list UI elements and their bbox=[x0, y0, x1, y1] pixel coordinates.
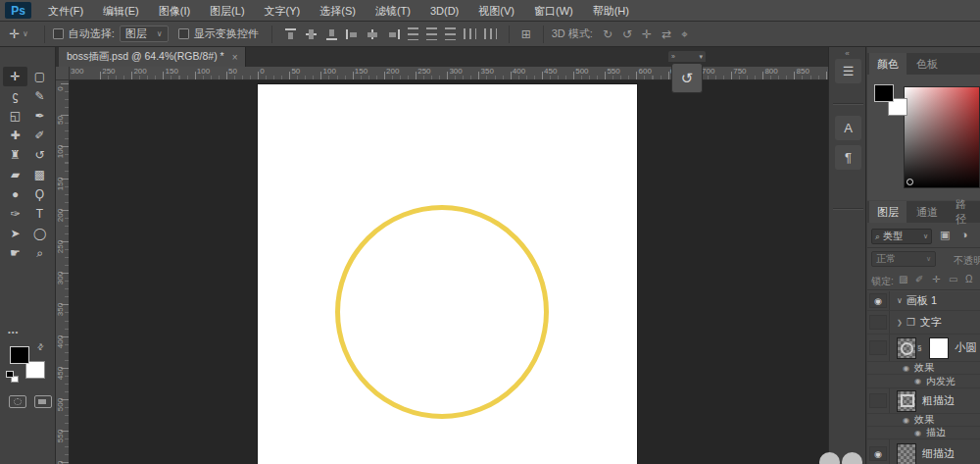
lasso-tool[interactable]: ϛ bbox=[3, 86, 27, 106]
group-expand-icon[interactable]: ❯ bbox=[897, 319, 903, 327]
gradient-tool[interactable]: ▩ bbox=[27, 165, 52, 184]
layer-thumbnail[interactable] bbox=[897, 390, 916, 412]
vector-mask-thumbnail[interactable] bbox=[929, 337, 949, 359]
blur-tool[interactable]: ● bbox=[3, 184, 27, 204]
layer-row[interactable]: ❯❐文字 bbox=[867, 311, 980, 335]
dist-top-icon[interactable] bbox=[408, 27, 418, 40]
swap-colors-icon[interactable]: ⇄ bbox=[35, 341, 46, 352]
layer-row[interactable]: §小圆 bbox=[867, 335, 980, 362]
3d-roll-icon[interactable]: ↺ bbox=[622, 27, 632, 41]
3d-rotate-icon[interactable]: ↻ bbox=[603, 27, 612, 41]
show-transform-checkbox[interactable] bbox=[178, 28, 189, 39]
menu-item-10[interactable]: 帮助(H) bbox=[583, 0, 639, 22]
horizontal-ruler[interactable]: 3002502001501005005010015020025030035040… bbox=[70, 67, 828, 80]
dist-right-icon[interactable] bbox=[484, 28, 497, 39]
filter-pixel-layers-icon[interactable]: ▣ bbox=[940, 229, 950, 241]
ruler-origin-corner[interactable] bbox=[56, 67, 70, 80]
eye-toggle[interactable]: ◉ bbox=[869, 293, 887, 308]
default-colors-icon[interactable] bbox=[6, 371, 14, 378]
move-tool[interactable]: ✛ bbox=[3, 67, 27, 86]
quick-selection-tool[interactable]: ✎ bbox=[27, 86, 52, 106]
menu-item-4[interactable]: 文字(Y) bbox=[255, 0, 311, 22]
dist-vcenter-icon[interactable] bbox=[426, 27, 437, 40]
menu-item-5[interactable]: 选择(S) bbox=[310, 0, 366, 22]
layer-thumbnail[interactable] bbox=[897, 337, 916, 359]
layer-row[interactable]: ◉细描边 bbox=[867, 439, 980, 464]
tab-layers-2[interactable]: 路径 bbox=[948, 201, 980, 223]
lock-all-icon[interactable]: Ω bbox=[965, 274, 972, 284]
auto-align-layers-icon[interactable]: ⊞ bbox=[521, 27, 531, 41]
layer-row[interactable]: ◉∨画板 1 bbox=[867, 291, 980, 311]
type-tool[interactable]: T bbox=[27, 204, 52, 224]
crop-tool[interactable]: ◱ bbox=[3, 106, 27, 126]
tab-color-0[interactable]: 颜色 bbox=[869, 53, 906, 75]
close-tab-icon[interactable]: × bbox=[232, 52, 238, 63]
expand-panel-icon[interactable]: » bbox=[671, 53, 675, 60]
move-tool-icon[interactable]: ✛ bbox=[9, 26, 20, 41]
eye-toggle[interactable] bbox=[869, 393, 887, 408]
artboard[interactable] bbox=[258, 84, 637, 464]
history-panel-button[interactable]: ↺ bbox=[671, 63, 703, 93]
align-hcenter-icon[interactable] bbox=[366, 27, 380, 41]
lock-artboard-icon[interactable]: ▭ bbox=[949, 274, 957, 284]
pen-tool[interactable]: ✑ bbox=[3, 204, 27, 224]
menu-item-2[interactable]: 图像(I) bbox=[149, 0, 200, 22]
color-picker-cursor[interactable] bbox=[906, 179, 913, 185]
fx-eye-icon[interactable]: ◉ bbox=[914, 377, 921, 386]
menu-item-1[interactable]: 编辑(E) bbox=[93, 0, 149, 22]
eye-toggle[interactable] bbox=[869, 315, 887, 330]
fx-eye-icon[interactable]: ◉ bbox=[914, 429, 921, 438]
foreground-color-swatch[interactable] bbox=[10, 346, 29, 364]
yellow-circle-shape[interactable] bbox=[335, 205, 549, 419]
artboard-expand-icon[interactable]: ∨ bbox=[897, 296, 903, 305]
paragraph-panel-icon[interactable]: ¶ bbox=[835, 145, 861, 170]
menu-item-8[interactable]: 视图(V) bbox=[468, 0, 524, 22]
tab-color-1[interactable]: 色板 bbox=[908, 53, 946, 75]
screen-mode-button[interactable] bbox=[34, 395, 52, 408]
character-panel-icon[interactable]: A bbox=[835, 116, 861, 140]
menu-item-9[interactable]: 窗口(W) bbox=[524, 0, 583, 22]
dist-bottom-icon[interactable] bbox=[445, 27, 456, 40]
brush-tool[interactable]: ✐ bbox=[27, 126, 52, 145]
layer-thumbnail[interactable] bbox=[897, 443, 916, 464]
panel-foreground-swatch[interactable] bbox=[874, 84, 894, 102]
tab-layers-0[interactable]: 图层 bbox=[869, 201, 906, 223]
expand-dock-icon[interactable]: « bbox=[829, 49, 865, 58]
clone-stamp-tool[interactable]: ♜ bbox=[3, 145, 27, 165]
align-left-icon[interactable] bbox=[345, 27, 360, 41]
layer-row[interactable]: 粗描边 bbox=[867, 388, 980, 414]
menu-item-7[interactable]: 3D(D) bbox=[420, 0, 468, 22]
dist-left-icon[interactable] bbox=[464, 28, 476, 39]
auto-select-dropdown[interactable]: 图层 ∨ bbox=[120, 26, 169, 42]
layer-filter-dropdown[interactable]: ⌕ 类型 ∨ bbox=[871, 229, 932, 244]
lock-position-icon[interactable]: ✛ bbox=[932, 274, 940, 284]
quick-mask-button[interactable] bbox=[9, 395, 26, 408]
history-brush-tool[interactable]: ↺ bbox=[27, 145, 52, 165]
lock-transparency-icon[interactable]: ▨ bbox=[899, 274, 907, 284]
marquee-tool[interactable]: ▢ bbox=[27, 67, 52, 86]
vertical-ruler[interactable]: 050100150200250300350400450500550600 bbox=[56, 80, 70, 464]
align-bottom-icon[interactable] bbox=[324, 27, 339, 41]
document-tab[interactable]: boss插画.psd @ 64.4%(RGB/8#) * × bbox=[59, 47, 246, 67]
edit-toolbar-button[interactable]: ••• bbox=[8, 328, 19, 336]
menu-item-3[interactable]: 图层(L) bbox=[200, 0, 254, 22]
fx-row[interactable]: ◉内发光 bbox=[867, 375, 980, 388]
fx-eye-icon[interactable]: ◉ bbox=[903, 416, 909, 425]
blend-mode-dropdown[interactable]: 正常 ∨ bbox=[871, 251, 936, 267]
menu-item-6[interactable]: 滤镜(T) bbox=[366, 0, 420, 22]
eraser-tool[interactable]: ▰ bbox=[3, 165, 27, 184]
fx-row[interactable]: ◉效果 bbox=[867, 362, 980, 375]
align-top-icon[interactable] bbox=[283, 27, 298, 41]
fx-row[interactable]: ◉描边 bbox=[867, 427, 980, 439]
3d-slide-icon[interactable]: ⇄ bbox=[662, 27, 671, 41]
eyedropper-tool[interactable]: ✒ bbox=[27, 106, 52, 126]
3d-pan-icon[interactable]: ✛ bbox=[642, 27, 652, 41]
hand-tool[interactable]: ☛ bbox=[3, 243, 27, 263]
dodge-tool[interactable]: Ϙ bbox=[27, 184, 52, 204]
eye-toggle[interactable]: ◉ bbox=[869, 446, 887, 461]
fx-eye-icon[interactable]: ◉ bbox=[903, 364, 909, 373]
pin-icon[interactable]: ▾ bbox=[699, 53, 703, 61]
menu-item-0[interactable]: 文件(F) bbox=[38, 0, 93, 22]
zoom-tool[interactable]: ⌕ bbox=[27, 243, 52, 263]
align-right-icon[interactable] bbox=[386, 27, 401, 41]
